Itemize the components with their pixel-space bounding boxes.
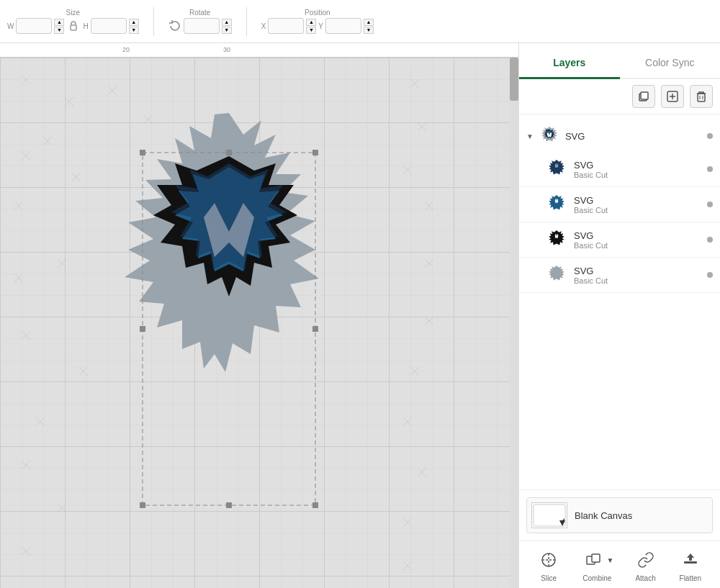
svg-rect-59 [312, 150, 318, 155]
y-up[interactable]: ▲ [364, 19, 374, 26]
rotate-spinner[interactable]: ▲ ▼ [222, 19, 232, 34]
svg-rect-74 [534, 505, 565, 526]
group-name: SVG [565, 131, 585, 142]
svg-rect-0 [71, 25, 76, 30]
svg-rect-61 [312, 502, 318, 508]
position-label: Position [305, 9, 330, 17]
group-thumb [538, 125, 561, 148]
layer-1-name: SVG [574, 160, 608, 171]
add-layer-button[interactable] [661, 85, 684, 108]
layer-4-icon [546, 265, 567, 285]
delete-layer-button[interactable] [690, 85, 713, 108]
combine-icon [585, 551, 602, 569]
layer-item-3[interactable]: SVG Basic Cut [519, 222, 720, 258]
wolf-logo-svg [71, 99, 387, 545]
combine-arrow[interactable]: ▼ [606, 556, 613, 564]
combine-group[interactable]: ▼ Combine [580, 547, 613, 582]
blank-canvas-item[interactable]: Blank Canvas [526, 497, 713, 533]
svg-rect-58 [140, 150, 145, 155]
y-down[interactable]: ▼ [364, 27, 374, 34]
ruler-mark-20: 20 [122, 46, 130, 53]
svg-rect-81 [684, 561, 697, 564]
layer-item-2[interactable]: SVG Basic Cut [519, 187, 720, 222]
attach-group[interactable]: Attach [633, 547, 659, 582]
height-input[interactable] [91, 18, 127, 34]
combine-btn-row: ▼ [580, 547, 613, 573]
add-icon [666, 90, 679, 103]
group-chevron: ▼ [526, 132, 534, 140]
slice-label: Slice [541, 574, 557, 582]
flatten-button[interactable] [678, 547, 703, 573]
layer-3-sub: Basic Cut [574, 241, 608, 250]
layer-3-name: SVG [574, 230, 608, 241]
slice-group[interactable]: Slice [536, 547, 562, 582]
panel-bottom-toolbar: Slice ▼ Combine [519, 540, 720, 588]
layer-3-dot [707, 237, 713, 243]
height-spinner[interactable]: ▲ ▼ [129, 19, 139, 34]
group-layers-button[interactable] [632, 85, 655, 108]
tab-color-sync[interactable]: Color Sync [620, 50, 721, 79]
layer-3-info: SVG Basic Cut [574, 230, 608, 250]
layer-4-thumb [545, 263, 568, 286]
svg-rect-60 [140, 502, 145, 508]
combine-label: Combine [582, 574, 611, 582]
blank-canvas-icon [533, 504, 566, 527]
main-area: 20 30 [0, 43, 720, 588]
trash-icon [695, 90, 708, 103]
size-label: Size [66, 9, 80, 17]
svg-rect-71 [698, 94, 705, 101]
svg-rect-67 [641, 92, 648, 99]
ruler-mark-30: 30 [223, 46, 230, 53]
size-input-row: W ▲ ▼ H ▲ ▼ [7, 18, 139, 34]
layer-1-dot [707, 166, 713, 172]
layer-group-header[interactable]: ▼ SVG [519, 120, 720, 152]
panel-tabs: Layers Color Sync [519, 43, 720, 79]
canvas-area[interactable]: 20 30 [0, 43, 518, 588]
layer-item-4[interactable]: SVG Basic Cut [519, 258, 720, 293]
layer-3-thumb [545, 228, 568, 251]
combine-button[interactable] [580, 547, 606, 573]
rotate-input-row: ▲ ▼ [168, 18, 232, 34]
y-label: Y [318, 22, 323, 30]
layer-item-1[interactable]: SVG Basic Cut [519, 152, 720, 187]
svg-rect-64 [140, 326, 145, 332]
width-input[interactable] [16, 18, 52, 34]
rotate-input[interactable] [184, 18, 220, 34]
tab-layers[interactable]: Layers [519, 50, 620, 79]
layer-1-sub: Basic Cut [574, 171, 608, 179]
slice-button[interactable] [536, 547, 562, 573]
x-up[interactable]: ▲ [306, 19, 316, 26]
w-label: W [7, 22, 14, 30]
h-label: H [83, 22, 88, 30]
attach-button[interactable] [633, 547, 659, 573]
rotate-down[interactable]: ▼ [222, 27, 232, 34]
group-dot [707, 133, 713, 139]
width-spinner[interactable]: ▲ ▼ [54, 19, 64, 34]
y-spinner[interactable]: ▲ ▼ [364, 19, 374, 34]
x-label: X [261, 22, 266, 30]
svg-rect-65 [312, 326, 318, 332]
width-down[interactable]: ▼ [54, 27, 64, 34]
svg-rect-80 [592, 554, 600, 562]
height-up[interactable]: ▲ [129, 19, 139, 26]
width-up[interactable]: ▲ [54, 19, 64, 26]
svg-rect-63 [226, 502, 232, 508]
layer-2-dot [707, 202, 713, 207]
lock-icon[interactable] [66, 18, 81, 34]
y-input[interactable] [325, 18, 361, 34]
slice-icon [540, 551, 557, 569]
height-down[interactable]: ▼ [129, 27, 139, 34]
canvas-content[interactable] [0, 58, 510, 588]
rotate-up[interactable]: ▲ [222, 19, 232, 26]
panel-toolbar [519, 79, 720, 114]
logo-wrapper[interactable] [71, 99, 387, 548]
layer-4-info: SVG Basic Cut [574, 266, 608, 285]
x-spinner[interactable]: ▲ ▼ [306, 19, 316, 34]
x-down[interactable]: ▼ [306, 27, 316, 34]
canvas-scrollbar[interactable] [510, 58, 518, 588]
scrollbar-thumb[interactable] [510, 58, 518, 101]
flatten-group[interactable]: Flatten [678, 547, 703, 582]
layers-list[interactable]: ▼ SVG [519, 114, 720, 489]
layer-3-icon [546, 230, 567, 250]
x-input[interactable] [268, 18, 304, 34]
